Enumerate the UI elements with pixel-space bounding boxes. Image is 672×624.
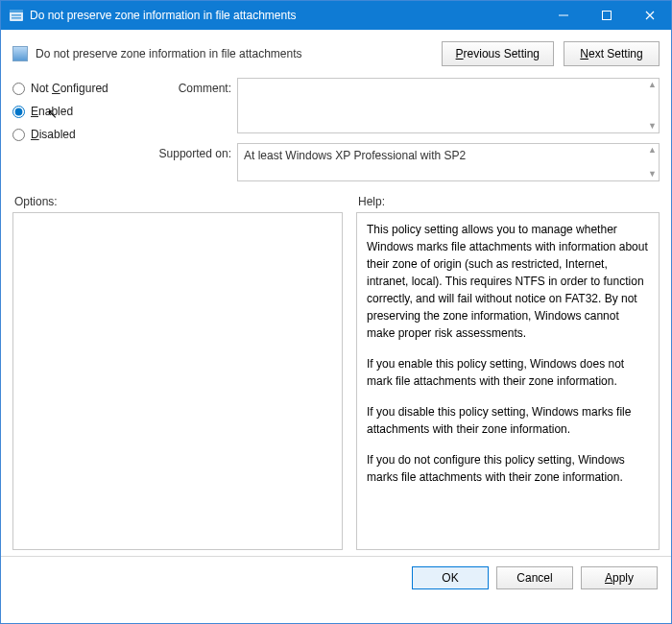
previous-setting-button[interactable]: Previous Setting <box>442 41 554 66</box>
radio-enabled[interactable]: Ena↖bled <box>12 105 118 118</box>
panels-labels: Options: Help: <box>1 191 671 212</box>
scroll-down-icon: ▼ <box>648 170 657 179</box>
svg-rect-5 <box>602 12 611 20</box>
dialog-footer: OK Cancel Apply <box>1 556 671 599</box>
page-title: Do not preserve zone information in file… <box>36 47 432 60</box>
help-label: Help: <box>358 195 385 208</box>
radio-disabled[interactable]: Disabled <box>12 128 118 141</box>
scroll-down-icon: ▼ <box>648 122 657 131</box>
header-row: Do not preserve zone information in file… <box>1 30 671 72</box>
scroll-up-icon: ▲ <box>648 81 657 89</box>
config-area: Not Configured Ena↖bled Disabled Comment… <box>1 72 671 191</box>
svg-rect-1 <box>10 10 23 12</box>
supported-on-value: At least Windows XP Professional with SP… <box>244 149 466 162</box>
panels: This policy setting allows you to manage… <box>1 212 671 556</box>
radio-not-configured[interactable]: Not Configured <box>12 82 118 95</box>
close-button[interactable] <box>628 1 671 30</box>
policy-icon <box>12 46 28 61</box>
supported-on-label: Supported on: <box>145 143 231 160</box>
maximize-button[interactable] <box>585 1 628 30</box>
window-icon <box>9 8 24 23</box>
window-title: Do not preserve zone information in file… <box>30 9 541 22</box>
svg-rect-3 <box>12 17 21 19</box>
minimize-button[interactable] <box>541 1 585 30</box>
apply-button[interactable]: Apply <box>581 566 658 589</box>
options-label: Options: <box>14 195 345 208</box>
help-panel[interactable]: This policy setting allows you to manage… <box>356 212 660 550</box>
state-radio-group: Not Configured Ena↖bled Disabled <box>12 78 118 181</box>
radio-not-configured-input[interactable] <box>12 83 25 95</box>
radio-enabled-input[interactable] <box>12 106 25 118</box>
comment-label: Comment: <box>145 78 231 95</box>
scroll-up-icon: ▲ <box>648 146 657 155</box>
supported-on-textbox: At least Windows XP Professional with SP… <box>237 143 660 181</box>
ok-button[interactable]: OK <box>412 566 489 589</box>
title-bar: Do not preserve zone information in file… <box>1 1 671 30</box>
help-paragraph: This policy setting allows you to manage… <box>367 221 649 342</box>
cancel-button[interactable]: Cancel <box>496 566 573 589</box>
radio-label: Not Configured <box>31 82 108 95</box>
svg-rect-4 <box>559 15 568 16</box>
radio-label: Disabled <box>31 128 76 141</box>
comment-textbox[interactable]: ▲ ▼ <box>237 78 660 133</box>
cursor-icon: ↖ <box>47 107 58 121</box>
help-paragraph: If you do not configure this policy sett… <box>367 451 649 486</box>
help-paragraph: If you enable this policy setting, Windo… <box>367 355 649 390</box>
help-paragraph: If you disable this policy setting, Wind… <box>367 403 649 438</box>
radio-disabled-input[interactable] <box>12 129 25 141</box>
svg-rect-2 <box>12 14 21 16</box>
next-setting-button[interactable]: Next Setting <box>564 41 660 66</box>
fields-column: Comment: ▲ ▼ Supported on: At least Wind… <box>145 78 660 181</box>
options-panel[interactable] <box>12 212 343 550</box>
radio-label: Ena↖bled <box>31 105 73 118</box>
